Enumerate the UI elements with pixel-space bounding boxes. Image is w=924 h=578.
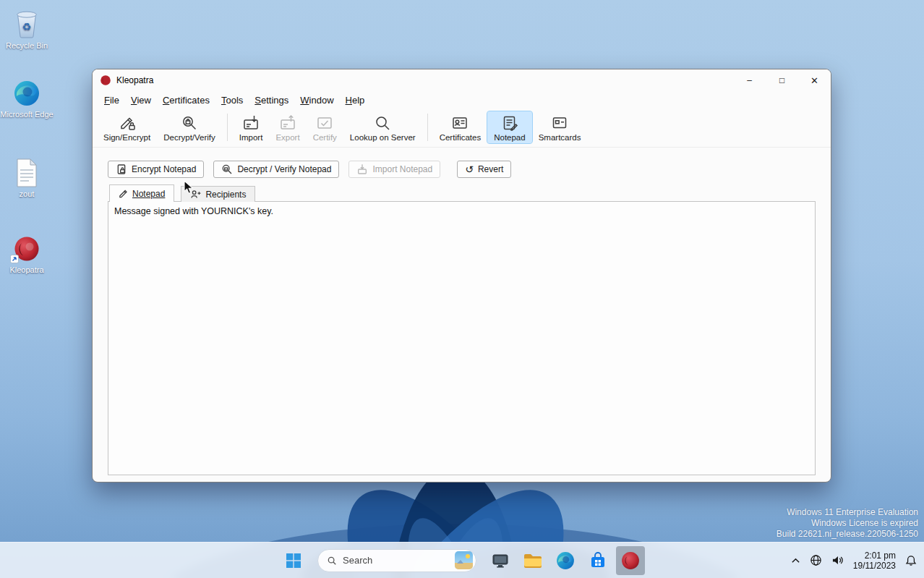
watermark-line: Build 22621.ni_release.220506-1250 [777, 529, 918, 540]
notepad-tabs: Notepad Recipients [109, 184, 816, 202]
taskbar-app-monitor[interactable] [486, 546, 515, 575]
desktop-icon-microsoft-edge[interactable]: Microsoft Edge [0, 76, 54, 119]
smartcard-icon [551, 114, 568, 132]
import-notepad-button[interactable]: Import Notepad [348, 161, 440, 178]
id-card-icon [451, 114, 469, 132]
menu-bar: File View Certificates Tools Settings Wi… [93, 91, 831, 109]
document-icon [0, 156, 54, 187]
notepad-icon [501, 114, 518, 132]
notepad-button[interactable]: Notepad [487, 111, 531, 143]
magnifier-lock-icon [221, 163, 233, 175]
certify-button[interactable]: Certify [307, 111, 343, 143]
store-bag-icon [589, 551, 607, 570]
desktop-icon-label: zout [0, 190, 54, 199]
windows-watermark: Windows 11 Enterprise Evaluation Windows… [777, 507, 918, 540]
tray-chevron-up-icon[interactable] [791, 557, 800, 564]
folder-icon [523, 551, 543, 570]
svg-text:♻: ♻ [22, 21, 32, 33]
desktop-icon-zout[interactable]: zout [0, 156, 54, 199]
menu-certificates[interactable]: Certificates [157, 93, 215, 108]
magnifier-lock-icon [181, 114, 198, 132]
certify-icon [316, 114, 333, 132]
toolbar-separator [427, 114, 428, 141]
pencil-icon [119, 189, 128, 198]
menu-settings[interactable]: Settings [249, 93, 294, 108]
person-plus-icon [190, 190, 201, 199]
menu-file[interactable]: File [98, 93, 125, 108]
menu-view[interactable]: View [125, 93, 157, 108]
network-icon[interactable] [810, 554, 822, 566]
encrypt-icon [116, 163, 127, 175]
taskbar-kleopatra[interactable] [616, 546, 645, 575]
clock-date: 19/11/2023 [853, 561, 896, 571]
sign-encrypt-button[interactable]: Sign/Encrypt [97, 111, 157, 143]
taskbar-file-explorer[interactable] [518, 546, 547, 575]
export-button[interactable]: Export [269, 111, 306, 143]
menu-tools[interactable]: Tools [215, 93, 249, 108]
kleopatra-icon [0, 231, 54, 263]
menu-window[interactable]: Window [294, 93, 339, 108]
notification-bell-icon[interactable] [905, 555, 917, 566]
taskbar-microsoft-store[interactable] [583, 546, 612, 575]
close-button[interactable]: ✕ [798, 69, 831, 91]
main-toolbar: Sign/Encrypt Decrypt/Verify Import [93, 109, 831, 148]
toolbar-separator [227, 114, 228, 141]
tab-notepad[interactable]: Notepad [109, 184, 174, 202]
kleopatra-icon [620, 551, 641, 571]
windows-logo-icon [286, 553, 301, 569]
revert-button[interactable]: ↺ Revert [457, 161, 511, 178]
kleopatra-window: Kleopatra – □ ✕ File View Certificates T… [92, 69, 831, 483]
clock-time: 2:01 pm [853, 551, 896, 561]
import-icon [242, 114, 260, 132]
taskbar-clock[interactable]: 2:01 pm 19/11/2023 [853, 551, 896, 571]
pen-lock-icon [119, 114, 136, 132]
menu-help[interactable]: Help [340, 93, 371, 108]
desktop-icon-label: Recycle Bin [0, 41, 54, 51]
notepad-action-bar: Encrypt Notepad Decrypt / Verify Notepad… [108, 161, 816, 178]
search-icon [374, 114, 391, 132]
recycle-bin-icon: ♻ [0, 7, 54, 39]
watermark-line: Windows 11 Enterprise Evaluation [777, 507, 918, 518]
search-placeholder: Search [343, 555, 449, 566]
volume-icon[interactable] [831, 555, 844, 566]
watermark-line: Windows License is expired [777, 518, 918, 529]
edge-icon [555, 551, 576, 571]
taskbar-search[interactable]: Search [317, 549, 476, 572]
decrypt-verify-notepad-button[interactable]: Decrypt / Verify Notepad [213, 161, 339, 178]
decrypt-verify-button[interactable]: Decrypt/Verify [157, 111, 222, 143]
desktop-icon-label: Microsoft Edge [0, 110, 54, 119]
certificates-button[interactable]: Certificates [433, 111, 488, 143]
minimize-button[interactable]: – [733, 69, 766, 91]
shortcut-arrow-icon [10, 255, 19, 263]
smartcards-button[interactable]: Smartcards [532, 111, 588, 143]
window-title: Kleopatra [116, 75, 153, 85]
desktop-icon-label: Kleopatra [0, 265, 54, 275]
monitor-icon [491, 551, 510, 570]
maximize-button[interactable]: □ [766, 69, 798, 91]
search-icon [327, 556, 337, 566]
taskbar-edge[interactable] [551, 546, 580, 575]
edge-icon [0, 76, 54, 108]
kleopatra-titlebar-icon [100, 75, 111, 86]
undo-icon: ↺ [465, 165, 474, 174]
export-icon [279, 114, 296, 132]
notepad-view: Encrypt Notepad Decrypt / Verify Notepad… [93, 161, 831, 475]
import-icon [356, 163, 368, 175]
lookup-on-server-button[interactable]: Lookup on Server [343, 111, 422, 143]
search-highlight-image[interactable] [455, 551, 473, 569]
notepad-editor[interactable]: Message signed with YOURNICK's key. [108, 201, 816, 475]
title-bar[interactable]: Kleopatra – □ ✕ [93, 69, 831, 91]
taskbar: Search [0, 542, 924, 578]
desktop-icon-recycle-bin[interactable]: ♻ Recycle Bin [0, 7, 54, 51]
desktop-icon-kleopatra[interactable]: Kleopatra [0, 231, 54, 275]
encrypt-notepad-button[interactable]: Encrypt Notepad [108, 161, 204, 178]
import-button[interactable]: Import [233, 111, 270, 143]
tab-recipients[interactable]: Recipients [181, 186, 255, 202]
titlebar-drag-area[interactable] [153, 69, 733, 91]
editor-text: Message signed with YOURNICK's key. [114, 206, 273, 216]
start-button[interactable] [279, 546, 308, 575]
